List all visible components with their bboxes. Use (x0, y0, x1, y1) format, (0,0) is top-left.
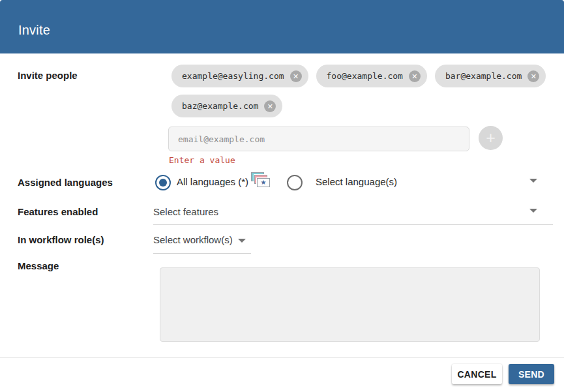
plus-icon: + (479, 127, 503, 149)
radio-all-languages-label[interactable]: All languages (*) (177, 176, 248, 187)
radio-all-languages[interactable] (155, 175, 171, 190)
email-chip: foo@example.com ✕ (316, 65, 427, 87)
email-chip: example@easyling.com ✕ (171, 65, 308, 87)
features-select[interactable]: Select features (153, 206, 218, 217)
add-email-button[interactable]: + (479, 126, 503, 150)
message-textarea[interactable] (160, 267, 540, 342)
message-label: Message (18, 260, 59, 271)
star-icon: ★ (261, 179, 267, 186)
assigned-languages-label: Assigned languages (18, 177, 113, 188)
chevron-down-icon[interactable] (529, 209, 537, 213)
workflow-select[interactable]: Select workflow(s) (153, 234, 233, 245)
features-select-underline (153, 224, 553, 225)
chip-remove-icon[interactable]: ✕ (409, 70, 421, 82)
email-input[interactable] (168, 127, 469, 151)
email-chip: bar@example.com ✕ (435, 65, 546, 87)
chip-remove-icon[interactable]: ✕ (290, 70, 302, 82)
features-enabled-label: Features enabled (18, 206, 98, 217)
footer-divider (0, 357, 564, 358)
send-button[interactable]: SEND (509, 364, 554, 384)
chevron-down-icon[interactable] (238, 239, 246, 243)
radio-select-languages[interactable] (287, 175, 303, 190)
chip-remove-icon[interactable]: ✕ (264, 100, 276, 112)
email-chip-text: bar@example.com (445, 71, 522, 81)
language-flags-icon: ★ (251, 172, 272, 188)
email-error-text: Enter a value (169, 155, 235, 165)
workflow-roles-label: In workflow role(s) (18, 234, 104, 245)
radio-select-languages-label[interactable]: Select language(s) (316, 176, 397, 187)
email-chips-row-2: baz@example.com ✕ (171, 95, 282, 117)
email-chip-text: baz@example.com (182, 101, 258, 111)
flag-card-front: ★ (257, 178, 270, 187)
invite-people-label: Invite people (18, 70, 78, 81)
invite-dialog: Invite Invite people example@easyling.co… (0, 0, 564, 392)
workflow-select-underline (153, 253, 251, 254)
email-chips-row-1: example@easyling.com ✕ foo@example.com ✕… (171, 65, 546, 87)
chip-remove-icon[interactable]: ✕ (527, 70, 539, 82)
email-chip-text: example@easyling.com (182, 71, 284, 81)
dialog-header: Invite (0, 0, 564, 53)
email-chip-text: foo@example.com (327, 71, 403, 81)
cancel-button[interactable]: CANCEL (452, 364, 502, 384)
chevron-down-icon[interactable] (529, 179, 537, 183)
dialog-title: Invite (18, 23, 50, 38)
email-chip: baz@example.com ✕ (171, 95, 282, 117)
